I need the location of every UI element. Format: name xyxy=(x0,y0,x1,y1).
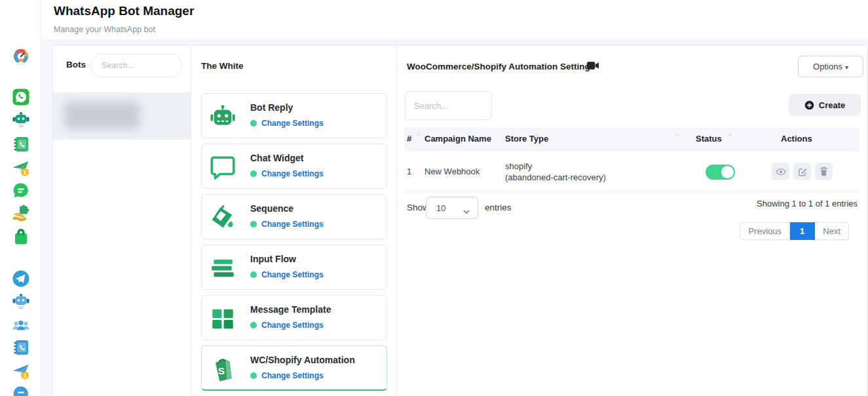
video-tutorial-icon[interactable] xyxy=(587,61,599,73)
whatsapp-icon[interactable] xyxy=(12,88,30,106)
column-header-index[interactable]: # xyxy=(407,134,411,144)
telegram-campaign-icon[interactable]: 1 xyxy=(12,362,30,380)
sort-icon[interactable]: ↑↓ xyxy=(728,131,731,138)
plus-circle-icon xyxy=(804,100,814,110)
view-button[interactable] xyxy=(772,163,789,180)
telegram-contacts-icon[interactable] xyxy=(12,338,30,357)
bot-name-redacted xyxy=(64,102,140,129)
feature-card-input-flow: Input Flow Change Settings xyxy=(201,245,387,290)
telegram-chat-icon[interactable] xyxy=(12,385,30,396)
status-toggle[interactable] xyxy=(706,165,735,180)
svg-text:1: 1 xyxy=(24,169,27,176)
feature-title: Input Flow xyxy=(250,254,296,264)
status-dot-icon xyxy=(250,271,257,278)
whatsapp-bot-icon[interactable] xyxy=(12,111,30,129)
bot-name-heading: The White xyxy=(201,61,244,71)
app-icon-rail: 1 1 xyxy=(0,0,41,396)
page-title: WhatsApp Bot Manager xyxy=(54,4,194,18)
create-button[interactable]: Create xyxy=(789,94,861,116)
whatsapp-campaign-icon[interactable]: 1 xyxy=(12,159,30,177)
bots-panel: Bots xyxy=(53,45,191,396)
status-dot-icon xyxy=(250,170,257,177)
change-settings-link-input-flow[interactable]: Change Settings xyxy=(250,270,324,279)
status-dot-icon xyxy=(250,120,257,127)
change-settings-link-wc-shopify[interactable]: Change Settings xyxy=(250,371,324,380)
column-header-status[interactable]: Status xyxy=(696,134,722,144)
status-dot-icon xyxy=(250,372,257,379)
telegram-icon[interactable] xyxy=(12,269,30,288)
input-flow-icon xyxy=(209,254,236,282)
whatsapp-chat-icon[interactable] xyxy=(12,182,30,200)
svg-text:1: 1 xyxy=(24,372,27,379)
feature-card-sequence: Sequence Change Settings xyxy=(201,194,387,239)
campaign-search-input[interactable] xyxy=(405,91,492,120)
next-page-button[interactable]: Next xyxy=(815,222,849,240)
telegram-groups-icon[interactable] xyxy=(12,316,30,334)
sort-icon[interactable]: ↑↓ xyxy=(416,131,419,138)
feature-card-bot-reply: Bot Reply Change Settings xyxy=(201,93,387,138)
feature-title: WC/Shopify Automation xyxy=(250,355,355,365)
change-settings-link-message-template[interactable]: Change Settings xyxy=(250,321,324,330)
column-header-store[interactable]: Store Type xyxy=(505,134,548,144)
column-header-actions: Actions xyxy=(781,134,812,144)
eye-icon xyxy=(776,168,786,176)
sort-icon[interactable]: ↑↓ xyxy=(675,131,678,138)
column-header-campaign[interactable]: Campaign Name xyxy=(425,134,491,144)
feature-title: Message Template xyxy=(250,304,331,315)
table-row: 1 New Webhook shopify (abandoned-cart-re… xyxy=(404,151,859,192)
feature-title: Chat Widget xyxy=(250,153,304,163)
edit-button[interactable] xyxy=(793,163,811,180)
bots-heading: Bots xyxy=(66,60,86,69)
feature-card-chat-widget: Chat Widget Change Settings xyxy=(201,144,387,189)
svg-text:S: S xyxy=(218,365,225,376)
feature-title: Bot Reply xyxy=(250,102,293,113)
campaigns-table: # ↑↓ Campaign Name ↑↓ Store Type ↑↓ Stat… xyxy=(404,127,859,192)
chevron-down-icon: ▾ xyxy=(845,64,848,71)
store-type: shopify (abandoned-cart-recovery) xyxy=(505,161,606,183)
telegram-bot-icon[interactable] xyxy=(12,292,30,311)
page-1-button[interactable]: 1 xyxy=(790,222,815,240)
delete-button[interactable] xyxy=(815,163,833,180)
chat-widget-icon xyxy=(209,153,236,181)
results-summary: Showing 1 to 1 of 1 entries xyxy=(757,199,858,208)
feature-title: Sequence xyxy=(250,203,293,214)
page-subtitle: Manage your WhatsApp bot xyxy=(54,25,155,34)
table-header-row: # ↑↓ Campaign Name ↑↓ Store Type ↑↓ Stat… xyxy=(404,127,859,151)
section-title: WooCommerce/Shopify Automation Settings xyxy=(407,62,595,71)
status-dot-icon xyxy=(250,322,257,328)
pagination: Previous 1 Next xyxy=(740,222,849,240)
shopify-icon: S xyxy=(209,355,236,383)
chevron-down-icon xyxy=(463,206,470,216)
bot-list-item-selected[interactable] xyxy=(53,92,191,140)
automation-settings-panel: WooCommerce/Shopify Automation Settings … xyxy=(397,45,867,396)
integrations-icon[interactable] xyxy=(12,205,30,223)
main-panel: Bots The White Bot Reply Change Settings xyxy=(52,45,867,396)
bots-search-input[interactable] xyxy=(90,54,182,77)
feature-card-message-template: Message Template Change Settings xyxy=(201,295,387,340)
toggle-knob xyxy=(721,166,734,178)
options-button[interactable]: Options▾ xyxy=(798,56,863,77)
page-size-select[interactable]: 10 xyxy=(426,197,478,219)
message-template-icon xyxy=(209,305,236,332)
change-settings-link-sequence[interactable]: Change Settings xyxy=(250,220,324,229)
whatsapp-bot-manager-page: 1 1 WhatsApp Bot Manager Manage xyxy=(0,0,868,396)
trash-icon xyxy=(820,167,828,176)
edit-icon xyxy=(798,167,807,176)
row-index: 1 xyxy=(407,167,411,176)
previous-page-button[interactable]: Previous xyxy=(740,222,790,240)
entries-label: entries xyxy=(485,203,512,212)
feature-card-wc-shopify: S WC/Shopify Automation Change Settings xyxy=(201,346,387,391)
shop-icon[interactable] xyxy=(12,228,30,246)
sequence-icon xyxy=(209,204,236,231)
campaign-name: New Webhook xyxy=(425,167,480,176)
status-dot-icon xyxy=(250,221,257,228)
dashboard-icon[interactable] xyxy=(12,48,30,66)
whatsapp-contacts-icon[interactable] xyxy=(12,135,30,153)
bot-reply-icon xyxy=(209,103,236,130)
features-panel: The White Bot Reply Change Settings Chat… xyxy=(191,45,397,396)
change-settings-link-bot-reply[interactable]: Change Settings xyxy=(250,119,324,128)
change-settings-link-chat-widget[interactable]: Change Settings xyxy=(250,169,324,178)
